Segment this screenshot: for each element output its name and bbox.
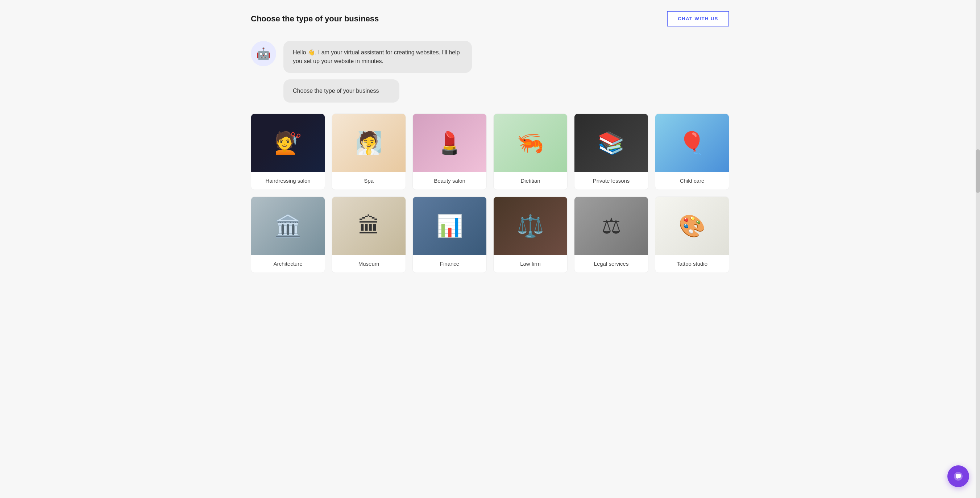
prompt-bubble: Choose the type of your business [283, 80, 399, 103]
robot-icon: 🤖 [256, 48, 271, 59]
business-image-justice [574, 197, 648, 255]
business-card-dietitian[interactable]: Dietitian [493, 113, 568, 190]
business-card-architecture[interactable]: Architecture [251, 196, 325, 273]
business-card-justice[interactable]: Legal services [574, 196, 648, 273]
business-label-justice: Legal services [574, 255, 648, 272]
business-type-grid: Hairdressing salonSpaBeauty salonDietiti… [251, 113, 729, 273]
business-image-law [494, 197, 567, 255]
business-image-private [574, 114, 648, 172]
chat-with-us-button[interactable]: CHAT WITH US [667, 11, 729, 27]
business-label-private: Private lessons [574, 172, 648, 189]
business-card-childcare[interactable]: Child care [655, 113, 729, 190]
scrollbar[interactable] [976, 0, 980, 498]
business-label-childcare: Child care [655, 172, 729, 189]
business-label-law: Law firm [494, 255, 567, 272]
business-card-finance[interactable]: Finance [412, 196, 487, 273]
business-card-museum[interactable]: Museum [332, 196, 406, 273]
business-label-museum: Museum [332, 255, 406, 272]
chat-section: 🤖 Hello 👋. I am your virtual assistant f… [251, 41, 729, 103]
business-image-beauty [413, 114, 486, 172]
business-image-finance [413, 197, 486, 255]
page-header: Choose the type of your business CHAT WI… [251, 11, 729, 27]
business-label-beauty: Beauty salon [413, 172, 486, 189]
business-image-architecture [251, 197, 325, 255]
business-image-childcare [655, 114, 729, 172]
page-title: Choose the type of your business [251, 14, 379, 24]
business-image-spa [332, 114, 406, 172]
business-card-beauty[interactable]: Beauty salon [412, 113, 487, 190]
business-card-hairdressing[interactable]: Hairdressing salon [251, 113, 325, 190]
business-label-spa: Spa [332, 172, 406, 189]
chat-fab-icon [953, 471, 963, 481]
business-card-tattoo[interactable]: Tattoo studio [655, 196, 729, 273]
chat-fab-button[interactable] [947, 465, 969, 487]
business-card-spa[interactable]: Spa [332, 113, 406, 190]
business-label-architecture: Architecture [251, 255, 325, 272]
greeting-bubble: Hello 👋. I am your virtual assistant for… [283, 41, 472, 73]
business-card-law[interactable]: Law firm [493, 196, 568, 273]
business-image-dietitian [494, 114, 567, 172]
business-label-finance: Finance [413, 255, 486, 272]
business-label-tattoo: Tattoo studio [655, 255, 729, 272]
chat-bubbles: Hello 👋. I am your virtual assistant for… [283, 41, 472, 103]
business-card-private[interactable]: Private lessons [574, 113, 648, 190]
business-label-hairdressing: Hairdressing salon [251, 172, 325, 189]
business-image-museum [332, 197, 406, 255]
business-image-tattoo [655, 197, 729, 255]
scrollbar-thumb[interactable] [976, 150, 980, 193]
business-label-dietitian: Dietitian [494, 172, 567, 189]
business-image-hairdressing [251, 114, 325, 172]
bot-avatar: 🤖 [251, 41, 276, 66]
